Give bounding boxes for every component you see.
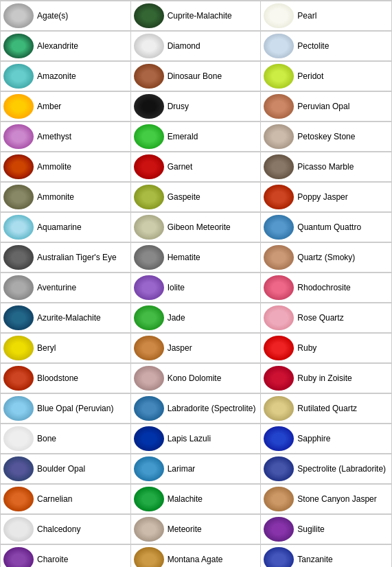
gem-name: Bloodstone: [37, 373, 78, 383]
gem-image: [134, 3, 164, 28]
gem-name: Gibeon Meteorite: [168, 222, 231, 232]
gem-name: Chalcedony: [37, 524, 80, 534]
gem-name: Meteorite: [168, 524, 202, 534]
gem-name: Rhodochrosite: [297, 283, 350, 292]
gem-image: [3, 456, 34, 481]
gem-image: [264, 124, 294, 149]
gem-image: [134, 245, 164, 270]
gem-image: [3, 487, 34, 511]
gem-image: [134, 456, 164, 481]
list-item: Montana Agate: [131, 545, 262, 567]
gem-name: Aquamarine: [37, 222, 82, 232]
list-item: Sapphire: [261, 424, 391, 454]
gem-image: [264, 456, 294, 481]
list-item: Alexandrite: [1, 32, 131, 61]
table-row: Azurite-MalachiteJadeRose Quartz: [1, 303, 391, 333]
gem-name: Gaspeite: [168, 192, 200, 202]
table-row: Blue Opal (Peruvian)Labradorite (Spectro…: [1, 393, 391, 424]
gem-image: [3, 154, 34, 179]
gem-name: Picasso Marble: [297, 162, 354, 172]
gem-name: Labradorite (Spectrolite): [168, 404, 256, 413]
table-row: BoneLapis LazuliSapphire: [1, 424, 391, 454]
list-item: Bone: [1, 424, 131, 454]
list-item: Pearl: [261, 1, 391, 31]
gem-name: Rutilated Quartz: [297, 404, 357, 413]
list-item: Beryl: [1, 334, 131, 363]
list-item: Kono Dolomite: [131, 364, 262, 393]
list-item: Rhodochrosite: [261, 273, 391, 303]
list-item: Azurite-Malachite: [1, 303, 131, 333]
gem-image: [264, 517, 294, 542]
list-item: Rutilated Quartz: [261, 394, 391, 424]
gem-image: [134, 366, 164, 391]
gem-name: Peridot: [297, 71, 323, 81]
list-item: Spectrolite (Labradorite): [261, 454, 391, 484]
list-item: Hematite: [131, 243, 262, 273]
gem-image: [134, 426, 164, 451]
table-row: AmazoniteDinosaur BonePeridot: [1, 61, 391, 91]
list-item: Gibeon Meteorite: [131, 213, 262, 242]
gem-name: Pearl: [297, 11, 316, 21]
list-item: Picasso Marble: [261, 152, 391, 182]
list-item: Pectolite: [261, 32, 391, 61]
gem-image: [134, 275, 164, 300]
gem-name: Larimar: [168, 464, 196, 474]
gem-image: [264, 3, 294, 28]
gem-image: [3, 305, 34, 330]
list-item: Chalcedony: [1, 515, 131, 544]
gem-chart: Agate(s)Cuprite-MalachitePearlAlexandrit…: [0, 0, 392, 567]
gem-name: Carnelian: [37, 494, 72, 504]
gem-image: [3, 517, 34, 542]
gem-name: Drusy: [168, 102, 189, 111]
gem-name: Pectolite: [297, 41, 329, 51]
gem-image: [264, 275, 294, 300]
gem-name: Tanzanite: [297, 555, 332, 564]
gem-image: [3, 245, 34, 270]
gem-image: [264, 245, 294, 270]
gem-image: [264, 215, 294, 240]
gem-name: Amethyst: [37, 132, 71, 141]
list-item: Quantum Quattro: [261, 213, 391, 242]
gem-image: [264, 366, 294, 391]
gem-name: Charoite: [37, 555, 68, 564]
gem-image: [3, 94, 34, 119]
table-row: AmmoliteGarnetPicasso Marble: [1, 152, 391, 182]
gem-name: Malachite: [168, 494, 203, 504]
list-item: Blue Opal (Peruvian): [1, 394, 131, 424]
list-item: Carnelian: [1, 485, 131, 514]
list-item: Stone Canyon Jasper: [261, 485, 391, 514]
list-item: Labradorite (Spectrolite): [131, 394, 262, 424]
gem-image: [264, 34, 294, 58]
list-item: Sugilite: [261, 515, 391, 544]
gem-name: Montana Agate: [168, 555, 223, 564]
gem-name: Quantum Quattro: [297, 222, 361, 232]
gem-name: Ammonite: [37, 192, 74, 202]
gem-image: [134, 124, 164, 149]
table-row: AmberDrusyPeruvian Opal: [1, 91, 391, 121]
gem-image: [3, 275, 34, 300]
list-item: Bloodstone: [1, 364, 131, 393]
gem-name: Rose Quartz: [297, 313, 343, 323]
table-row: AlexandriteDiamondPectolite: [1, 31, 391, 61]
gem-image: [264, 154, 294, 179]
list-item: Meteorite: [131, 515, 262, 544]
table-row: ChalcedonyMeteoriteSugilite: [1, 514, 391, 544]
gem-rows: Agate(s)Cuprite-MalachitePearlAlexandrit…: [1, 1, 391, 567]
gem-image: [134, 94, 164, 119]
table-row: AventurineIoliteRhodochrosite: [1, 273, 391, 303]
gem-image: [3, 3, 34, 28]
list-item: Petoskey Stone: [261, 122, 391, 152]
gem-name: Azurite-Malachite: [37, 313, 101, 323]
list-item: Tanzanite: [261, 545, 391, 567]
list-item: Agate(s): [1, 1, 131, 31]
gem-image: [3, 547, 34, 567]
gem-image: [134, 215, 164, 240]
gem-image: [3, 396, 34, 421]
list-item: Aquamarine: [1, 213, 131, 242]
gem-name: Australian Tiger's Eye: [37, 253, 117, 262]
gem-image: [264, 396, 294, 421]
gem-image: [3, 34, 34, 58]
table-row: CharoiteMontana AgateTanzanite: [1, 544, 391, 567]
gem-name: Iolite: [168, 283, 185, 292]
list-item: Amazonite: [1, 62, 131, 91]
